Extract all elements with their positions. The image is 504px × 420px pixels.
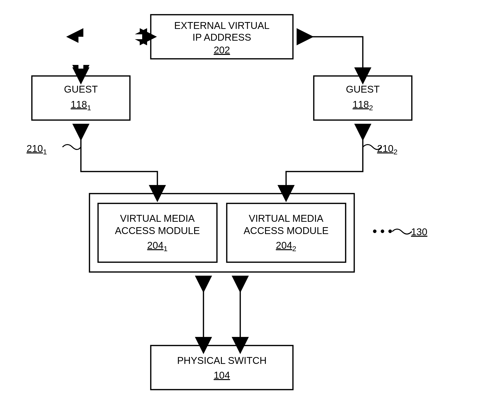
tilde-130 — [392, 229, 412, 234]
guest1-label: GUEST — [64, 84, 98, 95]
label-210-1: 2101 — [26, 143, 47, 156]
switch-ref: 104 — [214, 370, 230, 381]
top-line1: EXTERNAL VIRTUAL — [174, 20, 269, 31]
diagram-canvas: EXTERNAL VIRTUAL IP ADDRESS 202 GUEST 11… — [0, 0, 504, 420]
block-guest-2 — [314, 76, 412, 120]
svg-rect-3 — [83, 34, 142, 39]
conn-top-left — [81, 37, 145, 70]
ellipsis: • • • — [373, 224, 392, 238]
tilde-210-1 — [63, 145, 81, 149]
container-ref: 130 — [411, 226, 428, 237]
corner-left — [81, 37, 141, 69]
guest2-label: GUEST — [346, 84, 380, 95]
vmam1-line2: ACCESS MODULE — [115, 225, 200, 236]
block-guest-1 — [32, 76, 130, 120]
switch-label: PHYSICAL SWITCH — [177, 355, 266, 366]
svg-rect-4 — [78, 37, 83, 69]
top-line2: IP ADDRESS — [192, 32, 251, 43]
top-ref: 202 — [214, 45, 230, 55]
conn-guest1-container — [81, 126, 157, 187]
connector-top-guest1 — [81, 37, 142, 67]
label-210-2: 2102 — [377, 143, 397, 156]
conn-guest2-container — [286, 126, 363, 187]
block-physical-switch — [151, 346, 293, 390]
vmam2-line1: VIRTUAL MEDIA — [249, 213, 324, 224]
vmam2-line2: ACCESS MODULE — [244, 225, 329, 236]
vmam1-line1: VIRTUAL MEDIA — [120, 213, 195, 224]
conn-top-right — [299, 37, 363, 70]
